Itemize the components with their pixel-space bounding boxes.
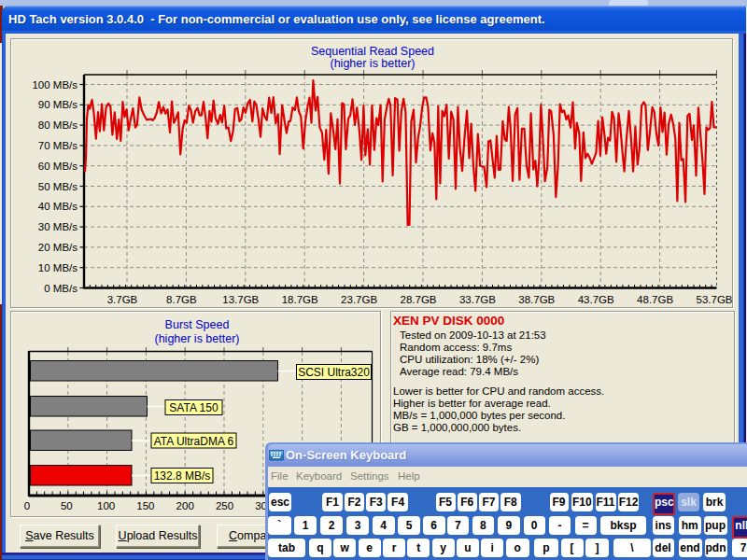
svg-text:80 MB/s: 80 MB/s — [38, 119, 78, 131]
svg-text:SCSI Ultra320: SCSI Ultra320 — [298, 366, 370, 379]
svg-text:0 MB/s: 0 MB/s — [44, 283, 78, 294]
svg-text:150: 150 — [136, 500, 154, 511]
svg-text:28.7GB: 28.7GB — [401, 294, 437, 305]
svg-text:132.8 MB/s: 132.8 MB/s — [154, 469, 211, 483]
svg-text:90 MB/s: 90 MB/s — [38, 99, 78, 110]
svg-text:10 MB/s: 10 MB/s — [38, 262, 78, 273]
svg-text:40 MB/s: 40 MB/s — [38, 201, 78, 212]
svg-text:ATA UltraDMA 6: ATA UltraDMA 6 — [154, 435, 234, 448]
svg-text:43.7GB: 43.7GB — [578, 294, 614, 305]
svg-text:8.7GB: 8.7GB — [166, 294, 197, 305]
svg-text:30 MB/s: 30 MB/s — [38, 221, 78, 232]
svg-text:20 MB/s: 20 MB/s — [38, 242, 78, 253]
svg-text:50 MB/s: 50 MB/s — [38, 181, 78, 192]
svg-text:100: 100 — [97, 500, 115, 511]
svg-text:(higher is better): (higher is better) — [330, 57, 415, 70]
svg-text:200: 200 — [176, 500, 194, 511]
svg-text:70 MB/s: 70 MB/s — [38, 140, 78, 151]
svg-text:33.7GB: 33.7GB — [459, 294, 496, 305]
svg-text:48.7GB: 48.7GB — [637, 294, 673, 305]
svg-text:250: 250 — [216, 500, 233, 511]
svg-text:(higher is better): (higher is better) — [154, 332, 239, 345]
svg-text:SATA 150: SATA 150 — [169, 401, 218, 414]
svg-text:18.7GB: 18.7GB — [282, 294, 318, 305]
svg-text:23.7GB: 23.7GB — [341, 294, 377, 305]
svg-text:3.7GB: 3.7GB — [107, 294, 138, 305]
svg-text:100 MB/s: 100 MB/s — [32, 79, 78, 91]
svg-text:13.7GB: 13.7GB — [222, 294, 259, 305]
svg-text:50: 50 — [61, 500, 73, 511]
svg-text:53.7GB: 53.7GB — [697, 294, 733, 305]
svg-text:60 MB/s: 60 MB/s — [38, 161, 78, 172]
svg-text:Burst Speed: Burst Speed — [165, 318, 230, 331]
svg-text:0: 0 — [24, 500, 30, 511]
svg-text:38.7GB: 38.7GB — [518, 294, 555, 305]
svg-text:Sequential Read Speed: Sequential Read Speed — [311, 45, 434, 58]
